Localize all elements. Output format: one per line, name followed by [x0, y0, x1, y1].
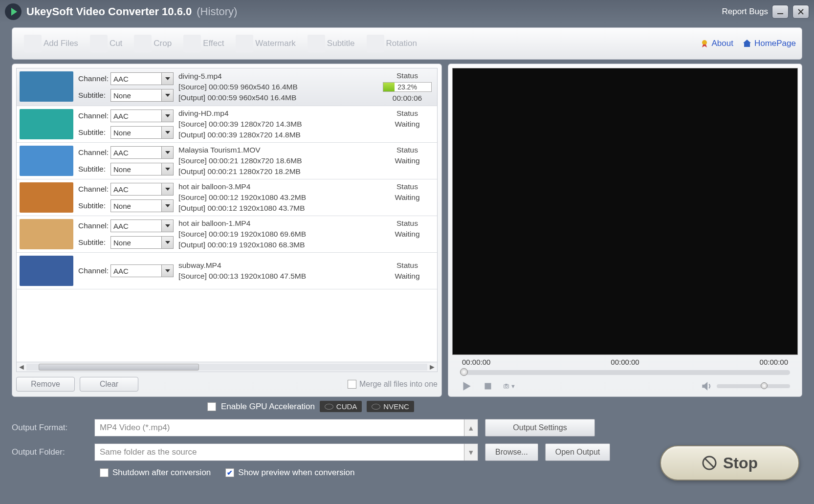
file-thumbnail: [20, 109, 73, 139]
subtitle-select[interactable]: None: [110, 236, 174, 249]
shutdown-label: Shutdown after conversion: [112, 468, 211, 478]
file-row[interactable]: Channel:AAC Subtitle:None diving-HD.mp4 …: [17, 106, 437, 143]
play-button[interactable]: [460, 380, 473, 393]
channel-select[interactable]: AAC: [110, 183, 174, 196]
remove-button[interactable]: Remove: [16, 377, 75, 392]
chevron-down-icon: [161, 89, 173, 101]
output-folder-label: Output Folder:: [12, 447, 88, 457]
plus-icon: [24, 35, 42, 52]
file-thumbnail: [20, 219, 73, 249]
file-list-panel: Channel:AAC Subtitle:None diving-5.mp4 […: [12, 64, 442, 397]
toolbar: Add Files Cut Crop Effect Watermark Subt…: [12, 27, 802, 60]
chevron-down-icon: [161, 237, 173, 248]
file-row[interactable]: Channel:AAC subway.MP4 [Source] 00:00:13…: [17, 253, 437, 289]
tool-crop[interactable]: Crop: [128, 33, 177, 54]
browse-button[interactable]: Browse...: [485, 443, 538, 461]
file-status: StatusWaiting: [380, 256, 434, 286]
subtitle-select[interactable]: None: [110, 126, 174, 139]
file-status: StatusWaiting: [380, 146, 434, 176]
preview-checkbox[interactable]: [225, 468, 234, 477]
channel-select[interactable]: AAC: [110, 264, 174, 277]
volume-icon[interactable]: [700, 380, 713, 393]
source-info: [Source] 00:00:19 1920x1080 69.6MB: [178, 230, 375, 239]
subtitle-select[interactable]: None: [110, 199, 174, 212]
stop-playback-button[interactable]: [482, 380, 494, 393]
file-name: diving-5.mp4: [178, 72, 375, 81]
output-settings-button[interactable]: Output Settings: [485, 419, 595, 437]
stop-icon: [702, 455, 717, 471]
file-thumbnail: [20, 182, 73, 213]
merge-checkbox[interactable]: [348, 380, 356, 389]
volume-handle[interactable]: [761, 382, 768, 389]
channel-select[interactable]: AAC: [110, 110, 174, 122]
output-info: [Output] 00:00:21 1280x720 18.2MB: [178, 167, 375, 176]
app-title-suffix: (History): [197, 5, 237, 18]
preview-canvas: [452, 68, 798, 355]
tool-add-files[interactable]: Add Files: [18, 33, 84, 54]
time-mid: 00:00:00: [611, 358, 639, 366]
chevron-down-icon: [161, 200, 173, 212]
file-name: subway.MP4: [178, 261, 375, 270]
file-name: hot air balloon-1.MP4: [178, 219, 375, 228]
report-bugs-link[interactable]: Report Bugs: [722, 7, 769, 17]
shutdown-checkbox[interactable]: [100, 468, 109, 477]
chevron-up-icon: ▴: [464, 419, 478, 436]
homepage-link[interactable]: HomePage: [742, 39, 796, 48]
svg-rect-7: [505, 384, 507, 385]
tool-rotation[interactable]: Rotation: [361, 33, 423, 54]
volume-slider[interactable]: [717, 384, 790, 388]
seek-bar[interactable]: [460, 370, 790, 375]
output-format-label: Output Format:: [12, 423, 88, 433]
file-row[interactable]: Channel:AAC Subtitle:None diving-5.mp4 […: [17, 68, 437, 106]
app-logo-icon: [5, 3, 22, 20]
channel-select[interactable]: AAC: [110, 219, 174, 232]
snapshot-button[interactable]: ▼: [503, 380, 516, 393]
open-output-button[interactable]: Open Output: [545, 443, 611, 461]
tool-cut[interactable]: Cut: [84, 33, 128, 54]
preview-panel: 00:00:00 00:00:00 00:00:00 ▼: [448, 64, 802, 397]
home-icon: [742, 39, 752, 48]
cuda-tag: CUDA: [320, 401, 362, 412]
chevron-down-icon: [161, 265, 173, 277]
app-title: UkeySoft Video Converter 10.6.0: [26, 5, 192, 18]
horizontal-scrollbar[interactable]: ◄►: [16, 362, 438, 372]
output-format-select[interactable]: MP4 Video (*.mp4)▴: [94, 419, 478, 437]
source-info: [Source] 00:00:39 1280x720 14.3MB: [178, 120, 375, 129]
clear-button[interactable]: Clear: [80, 377, 138, 392]
seek-handle[interactable]: [460, 368, 468, 376]
file-row[interactable]: Channel:AAC Subtitle:None hot air balloo…: [17, 179, 437, 216]
gpu-label: Enable GPU Acceleration: [221, 402, 315, 412]
file-row[interactable]: Channel:AAC Subtitle:None Malaysia Touri…: [17, 143, 437, 179]
gpu-checkbox[interactable]: [207, 402, 216, 411]
nvidia-icon: [325, 404, 333, 410]
minimize-button[interactable]: [772, 5, 789, 19]
svg-point-3: [702, 40, 707, 45]
file-row[interactable]: Channel:AAC Subtitle:None hot air balloo…: [17, 216, 437, 253]
stop-button[interactable]: Stop: [660, 445, 799, 481]
rotate-icon: [367, 35, 384, 52]
file-thumbnail: [20, 146, 73, 176]
tool-subtitle[interactable]: Subtitle: [302, 33, 361, 54]
chevron-down-icon: ▾: [464, 444, 478, 460]
subtitle-select[interactable]: None: [110, 89, 174, 102]
chevron-down-icon: [161, 110, 173, 122]
source-info: [Source] 00:00:12 1920x1080 43.2MB: [178, 193, 375, 202]
output-folder-select[interactable]: Same folder as the source▾: [94, 443, 478, 461]
crop-icon: [134, 35, 152, 52]
tool-effect[interactable]: Effect: [177, 33, 230, 54]
close-button[interactable]: [792, 5, 809, 19]
channel-select[interactable]: AAC: [110, 72, 174, 85]
channel-select[interactable]: AAC: [110, 146, 174, 159]
file-status: Status23.2%00:00:06: [380, 71, 434, 103]
subtitle-select[interactable]: None: [110, 163, 174, 175]
chevron-down-icon: [161, 183, 173, 195]
tool-watermark[interactable]: Watermark: [230, 33, 302, 54]
chevron-down-icon: [161, 163, 173, 175]
about-link[interactable]: About: [700, 39, 733, 48]
file-name: Malaysia Tourism1.MOV: [178, 146, 375, 154]
svg-line-9: [705, 459, 714, 467]
scissors-icon: [90, 35, 108, 52]
output-info: [Output] 00:00:39 1280x720 14.8MB: [178, 131, 375, 139]
output-info: [Output] 00:00:12 1920x1080 43.7MB: [178, 204, 375, 213]
file-list[interactable]: Channel:AAC Subtitle:None diving-5.mp4 […: [16, 68, 438, 362]
